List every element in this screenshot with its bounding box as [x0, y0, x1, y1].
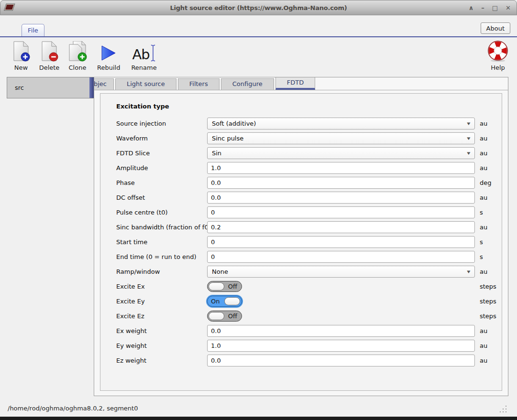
field-control: Sinc pulse▾: [207, 132, 475, 144]
input-amplitude[interactable]: [207, 162, 475, 174]
toolbar: New Delete: [0, 37, 517, 75]
close-button[interactable]: ✕: [506, 5, 511, 11]
toggle-excite-ez[interactable]: Off: [207, 311, 242, 322]
minimize-button[interactable]: –: [481, 5, 484, 11]
field-unit: deg: [480, 179, 492, 186]
titlebar[interactable]: Light source editor (https://www.Oghma-N…: [0, 0, 517, 15]
form-row-pulse-centre-t0: Pulse centre (t0)s: [116, 205, 497, 220]
toggle-excite-ex[interactable]: Off: [207, 281, 242, 292]
input-dc-offset[interactable]: [207, 192, 475, 204]
form-row-dc-offset: DC offsetau: [116, 190, 497, 205]
tab-filters[interactable]: Filters: [178, 78, 220, 90]
field-control: Off: [207, 281, 475, 292]
ribbon-bar: File About: [0, 15, 517, 37]
field-control: [207, 221, 475, 233]
field-label: Ramp/window: [116, 268, 207, 275]
input-phase[interactable]: [207, 177, 475, 189]
section-title: Excitation type: [116, 103, 497, 110]
document-copy-icon: [67, 40, 88, 63]
form-row-start-time: Start times: [116, 235, 497, 249]
input-ex-weight[interactable]: [207, 325, 475, 337]
input-ey-weight[interactable]: [207, 340, 475, 352]
field-label: Ey weight: [116, 342, 207, 349]
maximize-button[interactable]: □: [492, 5, 498, 11]
select-value: None: [212, 268, 228, 275]
select-value: Soft (additive): [212, 120, 256, 127]
field-control: [207, 177, 475, 189]
form-row-source-injection: Source injectionSoft (additive)▾au: [116, 116, 497, 131]
field-unit: steps: [480, 312, 496, 320]
status-path: /home/rod/oghma/oghma8.0,2, segment0: [8, 405, 138, 412]
text-cursor-icon: Ab: [132, 40, 155, 63]
rename-label: Rename: [131, 64, 156, 71]
field-label: Start time: [116, 238, 207, 246]
statusbar: /home/rod/oghma/oghma8.0,2, segment0: [0, 400, 517, 417]
tab-bjec[interactable]: bjec: [94, 78, 114, 90]
field-label: Excite Ey: [116, 298, 207, 305]
input-start-time[interactable]: [207, 236, 475, 248]
toggle-state-label: Off: [228, 312, 237, 320]
tab-configure[interactable]: Configure: [221, 78, 274, 90]
field-control: [207, 251, 475, 263]
select-value: Sin: [212, 150, 221, 157]
form-rows: Source injectionSoft (additive)▾auWavefo…: [116, 116, 497, 368]
chevron-down-icon: ▾: [467, 150, 471, 156]
input-pulse-centre-t0[interactable]: [207, 206, 475, 218]
light-source-editor-window: Light source editor (https://www.Oghma-N…: [0, 0, 517, 420]
tab-fdtd[interactable]: FDTD: [275, 77, 315, 90]
field-label: FDTD Slice: [116, 150, 207, 157]
new-label: New: [14, 64, 28, 71]
rename-button[interactable]: Ab Rename: [131, 40, 156, 71]
toggle-state-label: On: [211, 298, 220, 305]
field-control: Off: [207, 311, 475, 322]
field-unit: steps: [480, 298, 496, 305]
document-remove-icon: [40, 40, 58, 63]
select-waveform[interactable]: Sinc pulse▾: [207, 132, 475, 144]
select-ramp-window[interactable]: None▾: [207, 266, 475, 278]
toggle-knob: [224, 297, 240, 305]
main-content: src bjecLight sourceFiltersConfigureFDTD…: [0, 75, 517, 400]
field-control: [207, 236, 475, 248]
field-unit: au: [480, 194, 487, 201]
form-row-ez-weight: Ez weightau: [116, 353, 497, 368]
field-control: [207, 325, 475, 337]
field-unit: au: [480, 150, 487, 157]
new-button[interactable]: New: [10, 40, 33, 71]
select-source-injection[interactable]: Soft (additive)▾: [207, 118, 475, 129]
input-sinc-bandwidth-fraction-of-f0[interactable]: [207, 221, 475, 233]
delete-button[interactable]: Delete: [38, 40, 61, 71]
field-unit: au: [480, 224, 487, 231]
clone-button[interactable]: Clone: [66, 40, 89, 71]
field-control: On: [207, 296, 475, 307]
input-ez-weight[interactable]: [207, 355, 475, 366]
form-row-excite-ez: Excite EzOffsteps: [116, 309, 497, 323]
window-controls: ∧ – □ ✕: [469, 0, 511, 15]
about-button[interactable]: About: [481, 22, 510, 34]
field-unit: au: [480, 268, 487, 275]
resize-grip-icon[interactable]: [499, 405, 506, 412]
help-button[interactable]: Help: [486, 40, 509, 71]
form-row-waveform: WaveformSinc pulse▾au: [116, 131, 497, 146]
tab-bar: bjecLight sourceFiltersConfigureFDTD: [94, 77, 508, 90]
sidebar-item-src[interactable]: src: [7, 77, 94, 98]
form-row-ex-weight: Ex weightau: [116, 323, 497, 338]
field-control: [207, 192, 475, 204]
tab-light-source[interactable]: Light source: [115, 78, 176, 90]
field-control: [207, 206, 475, 218]
field-label: Source injection: [116, 120, 207, 127]
field-unit: au: [480, 357, 487, 364]
select-fdtd-slice[interactable]: Sin▾: [207, 147, 475, 159]
input-end-time-0-run-to-end[interactable]: [207, 251, 475, 263]
chevron-down-icon: ▾: [467, 269, 471, 275]
field-control: Sin▾: [207, 147, 475, 159]
field-unit: s: [480, 238, 483, 246]
toggle-excite-ey[interactable]: On: [207, 296, 242, 307]
field-unit: au: [480, 327, 487, 334]
sidebar: src: [0, 75, 94, 400]
play-triangle-icon: [100, 40, 117, 63]
file-menu-tab[interactable]: File: [22, 24, 44, 36]
rebuild-button[interactable]: Rebuild: [97, 40, 120, 71]
field-label: DC offset: [116, 194, 207, 201]
shade-button[interactable]: ∧: [469, 5, 474, 11]
sidebar-item-label: src: [15, 84, 24, 91]
